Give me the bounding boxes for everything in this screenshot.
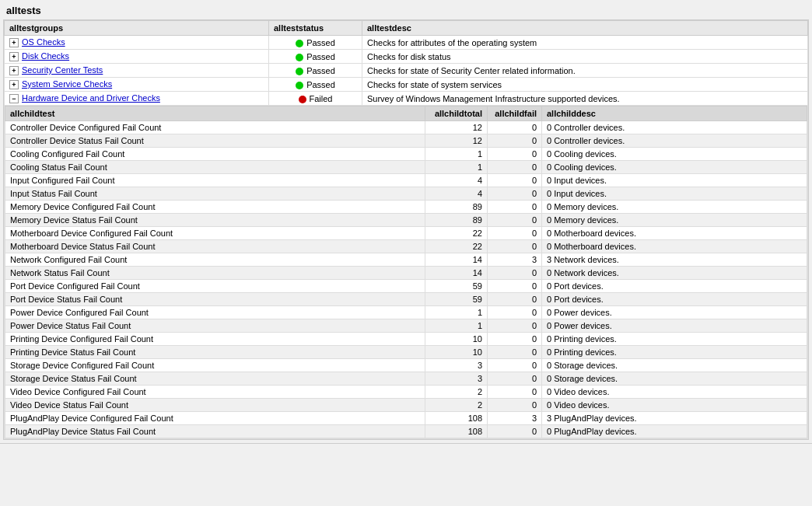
child-row: PlugAndPlay Device Configured Fail Count… bbox=[5, 412, 807, 425]
child-total: 4 bbox=[425, 187, 488, 201]
status-cell: Passed bbox=[269, 50, 362, 64]
child-row: PlugAndPlay Device Status Fail Count1080… bbox=[5, 425, 807, 438]
child-desc: 0 Video devices. bbox=[542, 399, 807, 412]
child-test-name: Port Device Status Fail Count bbox=[5, 293, 425, 306]
group-link[interactable]: Disk Checks bbox=[22, 51, 69, 61]
status-cell: Passed bbox=[269, 64, 362, 78]
child-total: 89 bbox=[425, 201, 488, 214]
group-row: −Hardware Device and Driver ChecksFailed… bbox=[5, 92, 808, 106]
child-test-name: Network Status Fail Count bbox=[5, 267, 425, 280]
child-fail: 0 bbox=[488, 267, 542, 280]
child-row: Video Device Status Fail Count200 Video … bbox=[5, 399, 807, 412]
child-test-name: Motherboard Device Configured Fail Count bbox=[5, 227, 425, 240]
group-name-cell: +Security Center Tests bbox=[5, 64, 269, 78]
group-desc-cell: Checks for disk status bbox=[362, 50, 808, 64]
child-total: 10 bbox=[425, 333, 488, 346]
child-fail: 0 bbox=[488, 121, 542, 134]
child-desc: 0 Cooling devices. bbox=[542, 148, 807, 161]
child-fail: 0 bbox=[488, 280, 542, 293]
group-link[interactable]: System Service Checks bbox=[22, 79, 112, 89]
group-desc-cell: Checks for state of Security Center rela… bbox=[362, 64, 808, 78]
child-fail: 0 bbox=[488, 306, 542, 319]
group-row: +System Service ChecksPassedChecks for s… bbox=[5, 78, 808, 92]
child-fail: 0 bbox=[488, 346, 542, 359]
child-test-name: Storage Device Status Fail Count bbox=[5, 372, 425, 386]
collapse-icon[interactable]: − bbox=[9, 94, 19, 103]
child-test-name: Video Device Status Fail Count bbox=[5, 399, 425, 412]
child-desc: 0 Cooling devices. bbox=[542, 161, 807, 174]
col-header-groups: alltestgroups bbox=[5, 21, 269, 36]
child-row: Port Device Status Fail Count5900 Port d… bbox=[5, 293, 807, 306]
child-row: Cooling Status Fail Count100 Cooling dev… bbox=[5, 161, 807, 174]
child-total: 12 bbox=[425, 134, 488, 148]
child-test-name: Video Device Configured Fail Count bbox=[5, 386, 425, 399]
child-test-name: PlugAndPlay Device Status Fail Count bbox=[5, 425, 425, 438]
child-col-total: allchildtotal bbox=[425, 106, 488, 121]
child-test-name: Network Configured Fail Count bbox=[5, 253, 425, 267]
child-test-name: Printing Device Configured Fail Count bbox=[5, 333, 425, 346]
child-test-name: Motherboard Device Status Fail Count bbox=[5, 240, 425, 253]
group-link[interactable]: OS Checks bbox=[22, 37, 65, 47]
child-desc: 0 Printing devices. bbox=[542, 346, 807, 359]
expand-icon[interactable]: + bbox=[9, 38, 19, 47]
child-total: 10 bbox=[425, 346, 488, 359]
group-name-cell: +OS Checks bbox=[5, 36, 269, 50]
child-desc: 0 Memory devices. bbox=[542, 214, 807, 227]
child-row: Network Configured Fail Count1433 Networ… bbox=[5, 253, 807, 267]
child-desc: 0 Motherboard devices. bbox=[542, 227, 807, 240]
child-fail: 3 bbox=[488, 412, 542, 425]
child-total: 1 bbox=[425, 161, 488, 174]
child-fail: 0 bbox=[488, 425, 542, 438]
child-row: Motherboard Device Configured Fail Count… bbox=[5, 227, 807, 240]
child-total: 4 bbox=[425, 174, 488, 187]
child-total: 59 bbox=[425, 293, 488, 306]
child-desc: 0 Input devices. bbox=[542, 174, 807, 187]
child-test-name: Cooling Configured Fail Count bbox=[5, 148, 425, 161]
child-total: 3 bbox=[425, 359, 488, 372]
child-fail: 0 bbox=[488, 359, 542, 372]
child-total: 108 bbox=[425, 412, 488, 425]
child-test-name: Controller Device Configured Fail Count bbox=[5, 121, 425, 134]
child-test-name: Power Device Configured Fail Count bbox=[5, 306, 425, 319]
status-text: Passed bbox=[306, 66, 335, 75]
expand-icon[interactable]: + bbox=[9, 52, 19, 61]
red-dot-icon bbox=[299, 96, 306, 103]
child-row: Motherboard Device Status Fail Count2200… bbox=[5, 240, 807, 253]
group-name-cell: +System Service Checks bbox=[5, 78, 269, 92]
child-total: 108 bbox=[425, 425, 488, 438]
child-desc: 0 PlugAndPlay devices. bbox=[542, 425, 807, 438]
child-test-name: Memory Device Status Fail Count bbox=[5, 214, 425, 227]
green-dot-icon bbox=[296, 82, 303, 89]
group-link[interactable]: Security Center Tests bbox=[22, 65, 103, 75]
child-total: 1 bbox=[425, 148, 488, 161]
child-desc: 0 Controller devices. bbox=[542, 134, 807, 148]
child-fail: 0 bbox=[488, 148, 542, 161]
group-row: +OS ChecksPassedChecks for attributes of… bbox=[5, 36, 808, 50]
group-desc-cell: Checks for state of system services bbox=[362, 78, 808, 92]
child-fail: 0 bbox=[488, 161, 542, 174]
child-row: Storage Device Status Fail Count300 Stor… bbox=[5, 372, 807, 386]
group-link[interactable]: Hardware Device and Driver Checks bbox=[22, 93, 160, 103]
child-fail: 0 bbox=[488, 227, 542, 240]
child-row: Memory Device Status Fail Count8900 Memo… bbox=[5, 214, 807, 227]
child-desc: 0 Power devices. bbox=[542, 306, 807, 319]
expand-icon[interactable]: + bbox=[9, 80, 19, 89]
child-row: Cooling Configured Fail Count100 Cooling… bbox=[5, 148, 807, 161]
child-desc: 0 Port devices. bbox=[542, 280, 807, 293]
expand-icon[interactable]: + bbox=[9, 66, 19, 75]
child-table-wrapper: allchildtestallchildtotalallchildfailall… bbox=[5, 106, 807, 438]
child-row: Storage Device Configured Fail Count300 … bbox=[5, 359, 807, 372]
child-desc: 0 Port devices. bbox=[542, 293, 807, 306]
child-total: 14 bbox=[425, 267, 488, 280]
child-test-name: Power Device Status Fail Count bbox=[5, 319, 425, 333]
child-row: Controller Device Configured Fail Count1… bbox=[5, 121, 807, 134]
main-table: alltestgroups allteststatus alltestdesc … bbox=[4, 20, 808, 439]
col-header-desc: alltestdesc bbox=[362, 21, 808, 36]
child-fail: 0 bbox=[488, 399, 542, 412]
child-row: Video Device Configured Fail Count200 Vi… bbox=[5, 386, 807, 399]
child-row: Power Device Status Fail Count100 Power … bbox=[5, 319, 807, 333]
child-test-name: Controller Device Status Fail Count bbox=[5, 134, 425, 148]
status-text: Passed bbox=[306, 52, 335, 61]
child-fail: 0 bbox=[488, 174, 542, 187]
child-fail: 0 bbox=[488, 372, 542, 386]
